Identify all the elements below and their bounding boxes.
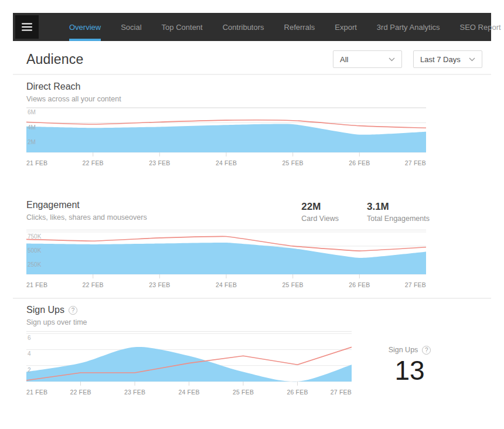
sign-ups-summary-label: Sign Ups ? <box>389 346 431 355</box>
audience-dashboard: OverviewSocialTop ContentContributorsRef… <box>0 13 504 397</box>
filters: All Last 7 Days <box>333 50 482 68</box>
tab-referrals[interactable]: Referrals <box>284 13 315 41</box>
total-engagements-label: Total Engagements <box>367 215 430 223</box>
svg-text:25 FEB: 25 FEB <box>282 159 304 166</box>
sign-ups-summary-value: 13 <box>352 356 468 386</box>
tab-seo-report[interactable]: SEO Report <box>460 13 501 41</box>
total-engagements-value: 3.1M <box>367 201 430 213</box>
stat-total-engagements: 3.1M Total Engagements <box>367 201 430 223</box>
help-icon[interactable]: ? <box>422 346 431 355</box>
tab-export[interactable]: Export <box>335 13 357 41</box>
sign-ups-title-text: Sign Ups <box>26 305 64 315</box>
svg-text:21 FEB: 21 FEB <box>26 159 47 166</box>
svg-text:21 FEB: 21 FEB <box>26 389 47 396</box>
chevron-down-icon <box>469 57 475 62</box>
svg-text:22 FEB: 22 FEB <box>70 389 91 396</box>
svg-text:22 FEB: 22 FEB <box>83 159 104 166</box>
engagement-chart: 250K500K750K21 FEB22 FEB23 FEB24 FEB25 F… <box>26 230 426 290</box>
svg-text:27 FEB: 27 FEB <box>405 281 426 288</box>
svg-text:25 FEB: 25 FEB <box>282 281 304 288</box>
chevron-down-icon <box>389 57 395 62</box>
page-title: Audience <box>26 52 84 67</box>
menu-button[interactable] <box>15 15 39 39</box>
section-sign-ups: Sign Ups ? Sign ups over time 24621 FEB2… <box>13 305 491 397</box>
tab-social[interactable]: Social <box>121 13 141 41</box>
svg-text:250K: 250K <box>28 261 42 268</box>
svg-text:4M: 4M <box>28 124 36 131</box>
svg-text:26 FEB: 26 FEB <box>349 159 370 166</box>
stat-card-views: 22M Card Views <box>301 201 339 223</box>
svg-text:26 FEB: 26 FEB <box>287 389 308 396</box>
svg-text:24 FEB: 24 FEB <box>216 159 237 166</box>
sign-ups-chart: 24621 FEB22 FEB23 FEB24 FEB25 FEB26 FEB2… <box>26 331 352 397</box>
svg-text:24 FEB: 24 FEB <box>178 389 199 396</box>
scope-dropdown[interactable]: All <box>333 50 402 68</box>
sign-ups-title: Sign Ups ? <box>26 305 491 315</box>
section-direct-reach: Direct Reach Views across all your conte… <box>13 81 491 168</box>
direct-reach-title: Direct Reach <box>26 81 491 92</box>
svg-text:4: 4 <box>28 350 31 357</box>
svg-text:24 FEB: 24 FEB <box>216 281 237 288</box>
svg-text:27 FEB: 27 FEB <box>405 159 426 166</box>
sign-ups-subtitle: Sign ups over time <box>26 318 491 326</box>
svg-text:27 FEB: 27 FEB <box>331 389 352 396</box>
svg-text:750K: 750K <box>28 233 42 240</box>
top-nav: OverviewSocialTop ContentContributorsRef… <box>13 13 491 41</box>
engagement-subtitle: Clicks, likes, shares and mouseovers <box>26 213 147 222</box>
svg-text:500K: 500K <box>28 247 42 254</box>
tab-top-content[interactable]: Top Content <box>162 13 203 41</box>
svg-text:2M: 2M <box>28 139 36 145</box>
direct-reach-chart: 2M4M6M21 FEB22 FEB23 FEB24 FEB25 FEB26 F… <box>26 107 426 168</box>
tab-overview[interactable]: Overview <box>69 13 101 41</box>
scope-dropdown-value: All <box>340 55 348 64</box>
card-views-label: Card Views <box>301 215 339 223</box>
help-icon[interactable]: ? <box>69 306 77 315</box>
svg-text:23 FEB: 23 FEB <box>124 389 145 396</box>
date-range-dropdown[interactable]: Last 7 Days <box>413 50 482 68</box>
tab-3rd-party-analytics[interactable]: 3rd Party Analytics <box>377 13 440 41</box>
tab-contributors[interactable]: Contributors <box>223 13 264 41</box>
svg-text:22 FEB: 22 FEB <box>83 281 104 288</box>
svg-text:25 FEB: 25 FEB <box>233 389 254 396</box>
svg-text:6M: 6M <box>28 109 36 115</box>
svg-text:2: 2 <box>28 367 31 373</box>
svg-text:23 FEB: 23 FEB <box>149 281 170 288</box>
svg-text:26 FEB: 26 FEB <box>349 281 370 288</box>
signups-divider <box>13 298 491 299</box>
section-engagement: Engagement Clicks, likes, shares and mou… <box>13 200 491 290</box>
svg-text:6: 6 <box>28 335 31 341</box>
svg-text:21 FEB: 21 FEB <box>26 281 47 288</box>
page-header: Audience All Last 7 Days <box>13 50 491 68</box>
engagement-title: Engagement <box>26 200 147 210</box>
date-range-dropdown-value: Last 7 Days <box>420 55 461 64</box>
card-views-value: 22M <box>301 201 339 213</box>
nav-tabs: OverviewSocialTop ContentContributorsRef… <box>69 13 501 41</box>
direct-reach-subtitle: Views across all your content <box>26 95 491 103</box>
engagement-stats: 22M Card Views 3.1M Total Engagements <box>301 200 430 223</box>
header-divider <box>13 74 491 75</box>
svg-text:23 FEB: 23 FEB <box>149 159 170 166</box>
sign-ups-summary: Sign Ups ? 13 <box>352 331 468 397</box>
hamburger-icon <box>22 26 32 28</box>
